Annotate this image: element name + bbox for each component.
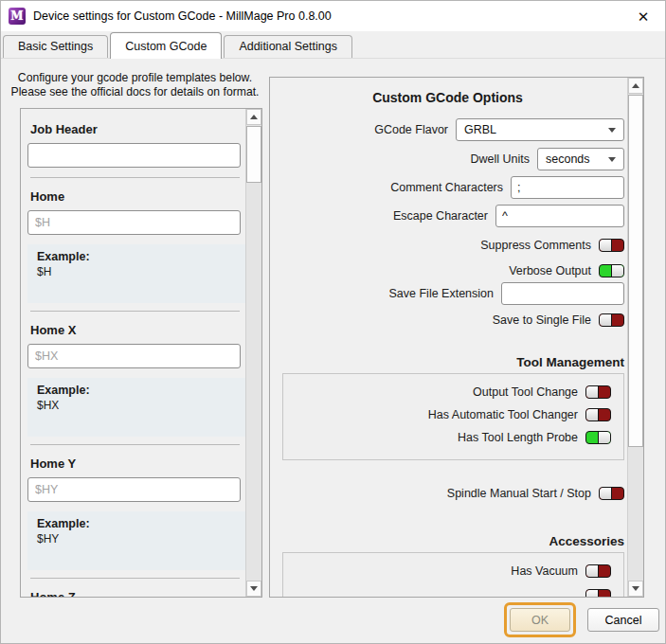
- verbose-output-row: Verbose Output: [271, 264, 624, 277]
- job-header-input[interactable]: [27, 143, 241, 168]
- templates-list: Job Header Home Example: $H Home X Examp…: [21, 109, 245, 597]
- comment-characters-row: Comment Characters: [271, 176, 624, 199]
- template-item-home: Home Example: $H: [27, 189, 245, 303]
- dialog-footer: OK Cancel: [504, 602, 659, 637]
- home-x-input[interactable]: [27, 344, 241, 368]
- dwell-units-value: seconds: [546, 152, 590, 166]
- toggle-knob: [586, 386, 599, 398]
- accessories-second-toggle[interactable]: [585, 589, 611, 597]
- templates-scrollbar[interactable]: [245, 109, 261, 597]
- tool-management-header: Tool Management: [271, 355, 624, 369]
- has-vacuum-label: Has Vacuum: [511, 564, 578, 578]
- template-item-job-header: Job Header: [27, 122, 245, 168]
- home-y-input[interactable]: [27, 477, 241, 502]
- example-block: Example: $HX: [27, 378, 245, 437]
- panel-title: Custom GCode Options: [271, 90, 624, 105]
- scroll-up-icon[interactable]: [628, 78, 643, 94]
- scroll-down-icon[interactable]: [628, 581, 643, 597]
- toggle-knob: [586, 409, 599, 420]
- spindle-manual-label: Spindle Manual Start / Stop: [447, 487, 591, 500]
- example-label: Example:: [37, 517, 238, 530]
- tab-custom-gcode[interactable]: Custom GCode: [110, 32, 222, 59]
- output-tool-change-toggle[interactable]: [585, 385, 611, 399]
- comment-characters-label: Comment Characters: [390, 181, 503, 194]
- toggle-knob: [600, 314, 612, 326]
- spindle-manual-row: Spindle Manual Start / Stop: [271, 487, 624, 500]
- escape-character-input[interactable]: [495, 205, 624, 227]
- suppress-comments-row: Suppress Comments: [271, 239, 624, 252]
- divider: [30, 444, 240, 445]
- accessories-header: Accessories: [271, 534, 624, 548]
- comment-characters-input[interactable]: [511, 176, 624, 199]
- toggle-knob: [600, 240, 612, 251]
- divider: [30, 578, 240, 579]
- has-tool-length-probe-row: Has Tool Length Probe: [293, 431, 611, 444]
- ok-highlight-box: OK: [504, 602, 576, 637]
- scrollbar-thumb[interactable]: [246, 126, 261, 183]
- tab-content: Configure your gcode profile templates b…: [1, 59, 665, 643]
- instructions-line2: Please see the official docs for details…: [1, 85, 269, 99]
- tool-management-group: Output Tool Change Has Automatic Tool Ch…: [282, 373, 624, 460]
- scroll-down-icon[interactable]: [246, 581, 261, 597]
- template-item-home-z: Home Z: [27, 590, 245, 597]
- gcode-flavor-select[interactable]: GRBL: [456, 118, 624, 141]
- dwell-units-select[interactable]: seconds: [537, 148, 624, 170]
- millmage-logo-icon: M: [9, 8, 26, 25]
- toggle-knob: [600, 488, 612, 499]
- escape-character-row: Escape Character: [271, 205, 624, 227]
- toggle-knob: [586, 565, 599, 577]
- gcode-flavor-label: GCode Flavor: [374, 123, 448, 136]
- accessories-group: Has Vacuum: [282, 552, 624, 597]
- suppress-comments-label: Suppress Comments: [480, 239, 591, 252]
- save-to-single-file-row: Save to Single File: [271, 313, 624, 327]
- template-label: Job Header: [30, 122, 245, 136]
- tab-basic-settings[interactable]: Basic Settings: [3, 35, 108, 58]
- ok-button[interactable]: OK: [510, 608, 570, 632]
- gcode-flavor-row: GCode Flavor GRBL: [271, 118, 624, 141]
- scroll-up-icon[interactable]: [246, 109, 261, 125]
- spindle-manual-toggle[interactable]: [599, 487, 624, 500]
- save-file-extension-row: Save File Extension: [271, 282, 624, 305]
- has-vacuum-toggle[interactable]: [585, 564, 611, 578]
- template-label: Home Y: [30, 456, 245, 471]
- output-tool-change-row: Output Tool Change: [293, 385, 611, 399]
- template-label: Home Z: [30, 590, 245, 597]
- accessories-second-row: [293, 589, 611, 597]
- has-tool-length-probe-toggle[interactable]: [585, 431, 611, 444]
- save-file-extension-input[interactable]: [501, 282, 624, 305]
- instructions-line1: Configure your gcode profile templates b…: [1, 71, 269, 85]
- close-icon[interactable]: ✕: [633, 7, 654, 27]
- output-tool-change-label: Output Tool Change: [473, 385, 578, 399]
- divider: [30, 177, 240, 178]
- chevron-down-icon: [608, 157, 616, 162]
- window-title: Device settings for Custom GCode - MillM…: [33, 9, 332, 23]
- toggle-knob: [598, 432, 610, 443]
- toggle-knob: [586, 590, 599, 597]
- options-content: Custom GCode Options GCode Flavor GRBL D…: [271, 78, 627, 597]
- home-input[interactable]: [27, 210, 241, 235]
- has-automatic-tool-changer-label: Has Automatic Tool Changer: [428, 408, 578, 421]
- example-label: Example:: [37, 384, 238, 397]
- has-automatic-tool-changer-toggle[interactable]: [585, 408, 611, 421]
- tab-strip: Basic Settings Custom GCode Additional S…: [1, 31, 665, 59]
- options-scrollbar[interactable]: [627, 78, 643, 597]
- template-item-home-x: Home X Example: $HX: [27, 323, 245, 437]
- gcode-templates-panel: Job Header Home Example: $H Home X Examp…: [20, 108, 262, 598]
- dwell-units-row: Dwell Units seconds: [271, 148, 624, 170]
- example-value: $HY: [37, 532, 238, 546]
- suppress-comments-toggle[interactable]: [599, 239, 624, 252]
- toggle-knob: [611, 265, 623, 277]
- verbose-output-label: Verbose Output: [509, 264, 591, 277]
- has-automatic-tool-changer-row: Has Automatic Tool Changer: [293, 408, 611, 421]
- verbose-output-toggle[interactable]: [599, 264, 624, 277]
- tab-additional-settings[interactable]: Additional Settings: [224, 35, 352, 58]
- gcode-flavor-value: GRBL: [464, 123, 496, 136]
- save-to-single-file-toggle[interactable]: [599, 313, 624, 327]
- custom-gcode-options-panel: Custom GCode Options GCode Flavor GRBL D…: [269, 77, 644, 598]
- chevron-down-icon: [608, 128, 616, 133]
- divider: [30, 311, 240, 312]
- cancel-button[interactable]: Cancel: [587, 608, 659, 632]
- save-to-single-file-label: Save to Single File: [493, 313, 591, 327]
- scrollbar-thumb[interactable]: [628, 95, 643, 447]
- has-tool-length-probe-label: Has Tool Length Probe: [458, 431, 578, 444]
